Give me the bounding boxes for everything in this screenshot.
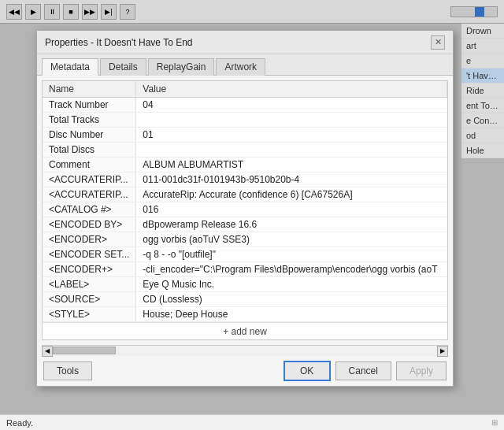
properties-dialog: Properties - It Doesn't Have To End ✕ Me… <box>36 30 454 387</box>
row-value[interactable]: -q 8 - -o "[outfile]" <box>136 247 447 262</box>
resize-grip: ⊞ <box>491 418 498 427</box>
tab-metadata[interactable]: Metadata <box>42 58 98 76</box>
tab-details[interactable]: Details <box>100 58 146 76</box>
col-name-header: Name <box>43 81 136 98</box>
scroll-left-button[interactable]: ◀ <box>42 346 53 357</box>
tab-artwork[interactable]: Artwork <box>216 58 265 76</box>
scroll-thumb[interactable] <box>53 347 116 354</box>
scroll-track[interactable] <box>53 346 437 356</box>
tools-button[interactable]: Tools <box>43 361 92 380</box>
row-name: Track Number <box>43 98 136 113</box>
table-row[interactable]: Track Number04 <box>43 98 447 113</box>
table-row[interactable]: <CATALOG #>016 <box>43 202 447 217</box>
dialog-footer: Tools OK Cancel Apply <box>37 356 453 386</box>
row-value[interactable]: Eye Q Music Inc. <box>136 277 447 292</box>
row-value[interactable]: 011-001dc31f-0101943b-9510b20b-4 <box>136 172 447 187</box>
row-value[interactable]: 01 <box>136 128 447 143</box>
row-value[interactable]: House; Deep House <box>136 307 447 322</box>
row-name: Total Tracks <box>43 113 136 128</box>
ok-button[interactable]: OK <box>284 361 331 381</box>
row-name: <ENCODER SET... <box>43 247 136 262</box>
table-row[interactable]: Disc Number01 <box>43 128 447 143</box>
table-row[interactable]: CommentALBUM ALBUMARTIST <box>43 158 447 172</box>
table-row[interactable]: <ENCODED BY>dBpoweramp Release 16.6 <box>43 217 447 232</box>
row-name: Disc Number <box>43 128 136 143</box>
horizontal-scrollbar[interactable]: ◀ ▶ <box>42 345 448 356</box>
row-name: <ENCODER+> <box>43 262 136 277</box>
row-value[interactable]: dBpoweramp Release 16.6 <box>136 217 447 232</box>
row-value[interactable]: CD (Lossless) <box>136 292 447 307</box>
add-new-button[interactable]: + add new <box>43 322 447 339</box>
table-row[interactable]: Total Discs <box>43 143 447 158</box>
row-value[interactable] <box>136 143 447 158</box>
status-bar: Ready. ⊞ <box>0 414 504 430</box>
row-name: <SOURCE> <box>43 292 136 307</box>
metadata-content: Name Value Track Number04Total TracksDis… <box>42 80 448 340</box>
dialog-titlebar: Properties - It Doesn't Have To End ✕ <box>37 31 453 54</box>
scroll-area[interactable]: Name Value Track Number04Total TracksDis… <box>43 81 447 339</box>
apply-button[interactable]: Apply <box>396 361 447 380</box>
row-value[interactable] <box>136 113 447 128</box>
close-button[interactable]: ✕ <box>431 35 445 50</box>
table-row[interactable]: Total Tracks <box>43 113 447 128</box>
row-name: Total Discs <box>43 143 136 158</box>
row-name: <ENCODED BY> <box>43 217 136 232</box>
row-value[interactable]: 016 <box>136 202 447 217</box>
table-row[interactable]: <ENCODER SET...-q 8 - -o "[outfile]" <box>43 247 447 262</box>
row-name: <LABEL> <box>43 277 136 292</box>
status-text: Ready. <box>6 418 33 428</box>
table-row[interactable]: <SOURCE>CD (Lossless) <box>43 292 447 307</box>
metadata-table: Name Value Track Number04Total TracksDis… <box>43 81 447 322</box>
tab-bar: Metadata Details ReplayGain Artwork <box>37 54 453 76</box>
table-row[interactable]: <STYLE>House; Deep House <box>43 307 447 322</box>
dialog-title: Properties - It Doesn't Have To End <box>45 37 193 48</box>
row-value[interactable]: AccurateRip: Accurate (confidence 6) [CA… <box>136 187 447 202</box>
col-value-header: Value <box>136 81 447 98</box>
tab-replaygain[interactable]: ReplayGain <box>148 58 215 76</box>
row-name: Comment <box>43 158 136 172</box>
row-name: <ACCURATERIP... <box>43 172 136 187</box>
row-value[interactable]: ogg vorbis (aoTuV SSE3) <box>136 232 447 247</box>
table-row[interactable]: <ACCURATERIP...AccurateRip: Accurate (co… <box>43 187 447 202</box>
table-row[interactable]: <ENCODER>ogg vorbis (aoTuV SSE3) <box>43 232 447 247</box>
row-value[interactable]: -cli_encoder="C:\Program Files\dBpoweram… <box>136 262 447 277</box>
row-value[interactable]: ALBUM ALBUMARTIST <box>136 158 447 172</box>
table-row[interactable]: <LABEL>Eye Q Music Inc. <box>43 277 447 292</box>
row-name: <STYLE> <box>43 307 136 322</box>
cancel-button[interactable]: Cancel <box>335 361 391 380</box>
row-value[interactable]: 04 <box>136 98 447 113</box>
scroll-right-button[interactable]: ▶ <box>437 346 448 357</box>
row-name: <ACCURATERIP... <box>43 187 136 202</box>
table-row[interactable]: <ENCODER+> -cli_encoder="C:\Program File… <box>43 262 447 277</box>
table-row[interactable]: <ACCURATERIP...011-001dc31f-0101943b-951… <box>43 172 447 187</box>
row-name: <ENCODER> <box>43 232 136 247</box>
row-name: <CATALOG #> <box>43 202 136 217</box>
